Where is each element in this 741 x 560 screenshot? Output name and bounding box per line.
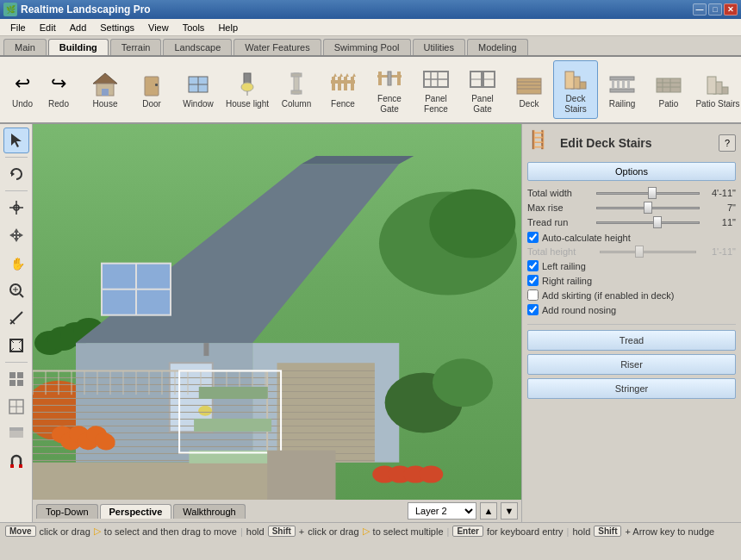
menu-item-add[interactable]: Add (63, 21, 94, 34)
fencegate-icon (376, 65, 403, 92)
svg-point-9 (241, 83, 253, 91)
menu-item-view[interactable]: View (141, 21, 176, 34)
checkbox-label-auto_height: Auto-calculate height (542, 233, 631, 243)
left-tool-magnet[interactable] (3, 449, 29, 475)
tab-water-features[interactable]: Water Features (234, 39, 321, 55)
left-toolbar: ✋ (0, 124, 33, 522)
hold-label: hold (246, 526, 265, 537)
checkbox-left_railing[interactable] (527, 260, 539, 271)
action-btn-riser[interactable]: Riser (527, 354, 736, 375)
checkbox-add_skirting[interactable] (527, 289, 539, 301)
redo-label: Redo (48, 99, 69, 109)
layer-dropdown[interactable]: Layer 2Layer 1Layer 3 (408, 502, 476, 520)
view-tab-walkthrough[interactable]: Walkthrough (173, 504, 245, 519)
minimize-button[interactable]: — (693, 3, 707, 16)
panelfence-icon (422, 65, 450, 92)
tool-deckstairs[interactable]: Deck Stairs (553, 60, 598, 119)
left-toolbar-separator (5, 362, 28, 363)
tab-landscape[interactable]: Landscape (163, 39, 232, 55)
prop-label-max_rise: Max rise (527, 202, 596, 213)
shift-key-1: Shift (268, 526, 296, 537)
tab-swimming-pool[interactable]: Swimming Pool (323, 39, 411, 55)
layer-down-button[interactable]: ▼ (501, 502, 518, 520)
left-tool-zoom[interactable] (3, 277, 29, 303)
tool-patio[interactable]: Patio (646, 60, 691, 119)
svg-marker-67 (11, 171, 15, 177)
layer-up-button[interactable]: ▲ (480, 502, 497, 520)
prop-slider-max_rise[interactable] (596, 207, 700, 209)
svg-rect-86 (9, 380, 16, 386)
tool-patiostairs[interactable]: Patio Stairs (693, 60, 741, 119)
tool-window[interactable]: Window (176, 60, 221, 119)
tool-houselight[interactable]: House light (222, 60, 272, 119)
check-row-right_railing: Right railing (527, 275, 736, 286)
maximize-button[interactable]: □ (708, 3, 722, 16)
tool-railing[interactable]: Railing (600, 60, 644, 119)
checkbox-auto_height[interactable] (527, 232, 539, 243)
svg-line-74 (20, 294, 23, 297)
left-tool-hand[interactable]: ✋ (3, 250, 29, 276)
svg-marker-20 (339, 73, 343, 77)
tool-panelfence[interactable]: Panel Fence (414, 60, 458, 119)
tool-column[interactable]: Column (274, 60, 319, 119)
tool-fence[interactable]: Fence (321, 60, 365, 119)
tab-building[interactable]: Building (48, 39, 109, 55)
left-tool-grid1[interactable] (3, 366, 29, 392)
layer-selector: Layer 2Layer 1Layer 3 ▲ ▼ (408, 502, 518, 520)
deck-icon (515, 70, 543, 97)
menu-item-help[interactable]: Help (211, 21, 245, 34)
checkbox-add_nosing[interactable] (527, 304, 539, 315)
tool-fencegate[interactable]: Fence Gate (367, 60, 412, 119)
svg-rect-87 (17, 380, 23, 386)
left-tool-grid2[interactable] (3, 394, 29, 420)
tool-deck[interactable]: Deck (507, 60, 551, 119)
tool-door[interactable]: Door (129, 60, 174, 119)
close-button[interactable]: ✕ (724, 3, 738, 16)
tool-panelgate[interactable]: Panel Gate (460, 60, 505, 119)
action-btn-stringer[interactable]: Stringer (527, 378, 736, 399)
menu-item-edit[interactable]: Edit (33, 21, 63, 34)
undo-button[interactable]: Undo (5, 60, 40, 119)
left-tool-move[interactable] (3, 222, 29, 248)
tab-utilities[interactable]: Utilities (413, 39, 465, 55)
fence-label: Fence (331, 99, 355, 109)
left-tool-select[interactable] (3, 128, 29, 153)
tab-main[interactable]: Main (3, 39, 47, 55)
menu-item-settings[interactable]: Settings (93, 21, 141, 34)
prop-slider-total_width[interactable] (596, 192, 700, 195)
tab-terrain[interactable]: Terrain (110, 39, 162, 55)
svg-rect-8 (244, 73, 251, 84)
view-tab-perspective[interactable]: Perspective (100, 504, 172, 519)
svg-rect-27 (388, 72, 391, 85)
left-tool-measure[interactable] (3, 305, 29, 331)
click-drag-label: click or drag (40, 526, 90, 537)
panel-title: Edit Deck Stairs (560, 136, 713, 150)
left-tool-frame[interactable] (3, 333, 29, 358)
help-button[interactable]: ? (719, 134, 736, 152)
redo-button[interactable]: Redo (41, 60, 76, 119)
left-tool-grid3[interactable] (3, 421, 29, 447)
hold2: hold (572, 526, 590, 537)
prop-slider-tread_run[interactable] (596, 221, 700, 224)
prop-value-total_width: 4'-11" (700, 188, 736, 198)
action-btn-tread[interactable]: Tread (527, 330, 736, 351)
svg-rect-56 (707, 77, 716, 94)
view-tab-top-down[interactable]: Top-Down (36, 504, 98, 519)
viewport[interactable]: Top-DownPerspectiveWalkthrough Layer 2La… (33, 124, 521, 522)
left-tool-rotate[interactable] (3, 161, 29, 187)
panelfence-label: Panel Fence (416, 94, 456, 115)
prop-row-tread_run: Tread run 11" (527, 217, 736, 227)
options-button[interactable]: Options (527, 162, 736, 181)
panel-checkboxes: Auto-calculate height Total height 1'-11… (527, 232, 736, 319)
checkbox-label-right_railing: Right railing (542, 276, 592, 286)
tool-house[interactable]: House (83, 60, 128, 119)
panel-icon: 🪜 (527, 129, 555, 157)
menu-item-file[interactable]: File (3, 21, 33, 34)
svg-rect-48 (627, 80, 630, 89)
prop-slider-total-height[interactable] (600, 251, 696, 253)
tab-modeling[interactable]: Modeling (467, 39, 528, 55)
keyboard-entry: for keyboard entry (487, 526, 564, 537)
left-tool-crosshair[interactable] (3, 195, 29, 221)
menu-item-tools[interactable]: Tools (176, 21, 212, 34)
checkbox-right_railing[interactable] (527, 275, 539, 286)
